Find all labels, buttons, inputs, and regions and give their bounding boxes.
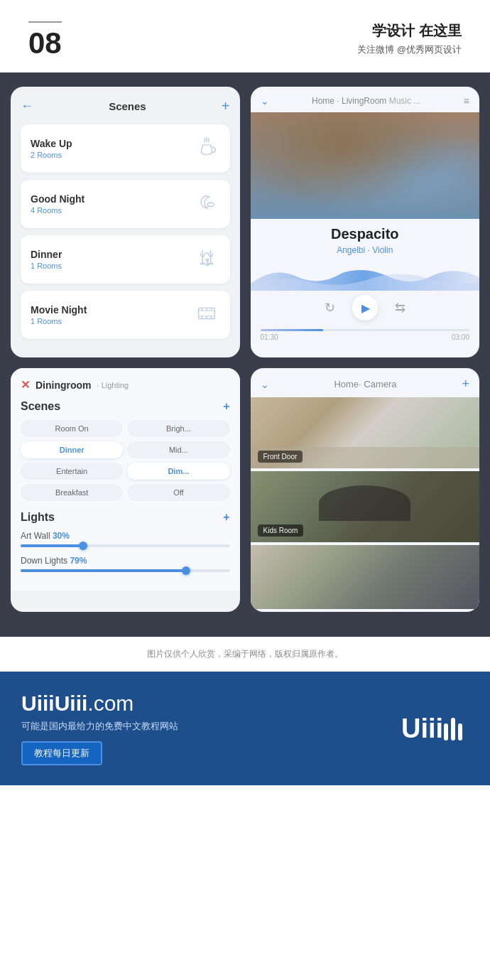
brand-thin: .com (87, 691, 134, 715)
footer-note: 图片仅供个人欣赏，采编于网络，版权归属原作者。 (0, 637, 490, 672)
pill-entertain[interactable]: Entertain (21, 463, 123, 480)
scene-goodnight-rooms: 4 Rooms (31, 206, 85, 215)
progress-times: 01:30 03:00 (261, 333, 470, 341)
menu-icon[interactable]: ≡ (464, 95, 469, 107)
scene-movienight-name: Movie Night (31, 304, 87, 316)
camera-feed-2[interactable]: Kids Room (251, 471, 480, 542)
close-button[interactable]: ✕ (21, 378, 30, 392)
scene-pills: Room On Brigh... Dinner Mid... Entertain… (21, 420, 230, 501)
scene-wakeup[interactable]: Wake Up 2 Rooms (21, 124, 230, 173)
brand-bold: UiiiUiii (21, 691, 87, 715)
time-current: 01:30 (261, 333, 278, 341)
add-scene-lighting-button[interactable]: + (223, 400, 229, 413)
pill-dim[interactable]: Dim... (127, 463, 229, 480)
camera-card: ⌄ Home· Camera + Front Door Kids Room (251, 368, 480, 612)
play-button[interactable]: ▶ (352, 295, 378, 321)
scenes-card: ← Scenes + Wake Up 2 Rooms (11, 87, 240, 357)
repeat-button[interactable]: ↻ (325, 300, 335, 316)
brand-name: UiiiUiii.com (21, 691, 178, 716)
main-content: ← Scenes + Wake Up 2 Rooms (0, 72, 490, 637)
pill-bright[interactable]: Brigh... (127, 420, 229, 437)
chevron-down-icon[interactable]: ⌄ (261, 95, 269, 107)
moon-icon (193, 188, 220, 220)
scene-goodnight-name: Good Night (31, 193, 85, 205)
song-artist: Angelbi · Violin (251, 245, 480, 255)
music-controls: ↻ ▶ ⇆ (251, 291, 480, 325)
svg-rect-12 (451, 718, 455, 741)
downlights-slider[interactable] (21, 569, 230, 572)
scenes-section-label: Scenes + (21, 400, 230, 413)
scene-wakeup-rooms: 2 Rooms (31, 151, 72, 159)
svg-rect-13 (458, 723, 462, 741)
feed1-label: Front Door (258, 451, 303, 463)
pill-mid[interactable]: Mid... (127, 441, 229, 458)
camera-feed-3[interactable] (251, 545, 480, 609)
pill-dinner[interactable]: Dinner (21, 441, 123, 458)
artwall-label: Art Wall 30% (21, 531, 230, 541)
time-total: 03:00 (452, 333, 469, 341)
camera-location: Home· Camera (334, 379, 396, 389)
pill-breakfast[interactable]: Breakfast (21, 484, 123, 501)
svg-point-0 (207, 203, 214, 207)
scenes-title: Scenes (109, 100, 146, 112)
room-name: Diningroom (36, 379, 92, 391)
scenes-nav: ← Scenes + (21, 98, 230, 114)
light-artwall: Art Wall 30% (21, 531, 230, 547)
downlights-thumb[interactable] (182, 566, 190, 575)
add-scene-button[interactable]: + (222, 98, 230, 114)
add-light-button[interactable]: + (223, 511, 229, 524)
lighting-card: ✕ Diningroom · Lighting Scenes + Room On… (11, 368, 240, 612)
header-number: 08 (28, 21, 62, 58)
scene-movienight-rooms: 1 Rooms (31, 317, 87, 325)
lights-section: Lights + Art Wall 30% Down Lights 79% (21, 511, 230, 572)
pill-off[interactable]: Off (127, 484, 229, 501)
artwall-fill (21, 544, 83, 547)
top-row: ← Scenes + Wake Up 2 Rooms (11, 87, 479, 357)
scene-dinner-rooms: 1 Rooms (31, 262, 62, 270)
scene-wakeup-name: Wake Up (31, 138, 72, 149)
back-icon[interactable]: ← (21, 99, 33, 114)
progress-fill (261, 329, 323, 331)
light-downlights: Down Lights 79% (21, 556, 230, 572)
wave-visualization (251, 262, 480, 291)
pill-room-on[interactable]: Room On (21, 420, 123, 437)
cup-icon (193, 133, 220, 164)
brand-logo: Uiii (398, 707, 469, 750)
wine-icon (193, 244, 220, 275)
svg-rect-11 (444, 723, 448, 741)
artwall-slider[interactable] (21, 544, 230, 547)
film-icon (193, 299, 220, 330)
bottom-row: ✕ Diningroom · Lighting Scenes + Room On… (11, 368, 479, 612)
music-progress: 01:30 03:00 (251, 325, 480, 344)
header-right: 学设计 在这里 关注微博 @优秀网页设计 (357, 21, 462, 56)
shuffle-button[interactable]: ⇆ (395, 300, 405, 316)
downlights-label: Down Lights 79% (21, 556, 230, 566)
scene-dinner-name: Dinner (31, 249, 62, 260)
camera-header: ⌄ Home· Camera + (251, 368, 480, 397)
lights-section-label: Lights + (21, 511, 230, 524)
brand-button[interactable]: 教程每日更新 (21, 741, 102, 765)
music-cover (251, 112, 480, 219)
artwall-thumb[interactable] (79, 542, 87, 550)
footer-brand: UiiiUiii.com 可能是国内最给力的免费中文教程网站 教程每日更新 Ui… (0, 672, 490, 785)
add-camera-button[interactable]: + (462, 377, 469, 392)
song-title: Despacito (251, 219, 480, 245)
scene-dinner[interactable]: Dinner 1 Rooms (21, 235, 230, 284)
header-tagline: 学设计 在这里 (357, 21, 462, 41)
music-header: ⌄ Home · LivingRoom Music ... ≡ (251, 87, 480, 112)
music-card: ⌄ Home · LivingRoom Music ... ≡ Despacit… (251, 87, 480, 357)
scene-goodnight[interactable]: Good Night 4 Rooms (21, 180, 230, 228)
brand-info: UiiiUiii.com 可能是国内最给力的免费中文教程网站 教程每日更新 (21, 691, 178, 765)
lighting-header: ✕ Diningroom · Lighting (21, 378, 230, 392)
camera-feed-1[interactable]: Front Door (251, 397, 480, 468)
header: 08 学设计 在这里 关注微博 @优秀网页设计 (0, 0, 490, 72)
room-type: · Lighting (97, 381, 129, 389)
feed2-label: Kids Room (258, 524, 304, 537)
svg-text:Uiii: Uiii (401, 714, 443, 743)
header-sub: 关注微博 @优秀网页设计 (357, 43, 462, 56)
chevron-down-icon-2[interactable]: ⌄ (261, 379, 269, 390)
play-icon: ▶ (361, 301, 370, 315)
scene-movienight[interactable]: Movie Night 1 Rooms (21, 291, 230, 339)
progress-bar[interactable] (261, 329, 470, 331)
brand-desc: 可能是国内最给力的免费中文教程网站 (21, 720, 178, 733)
